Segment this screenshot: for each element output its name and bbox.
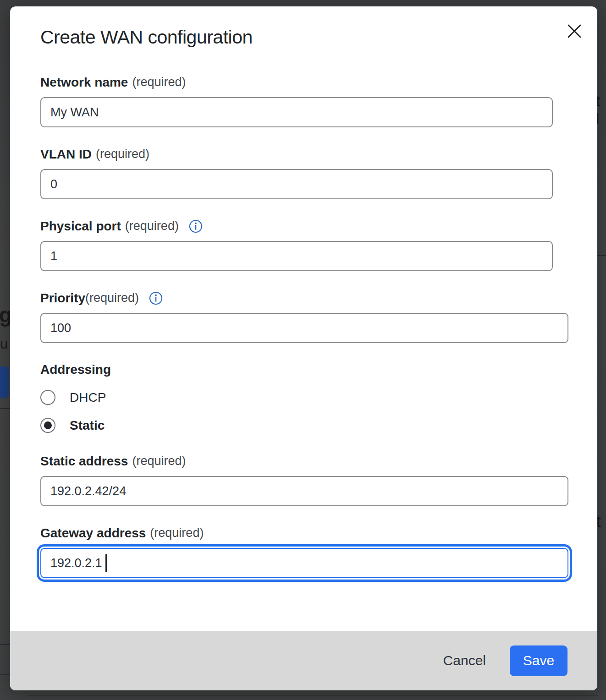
addressing-section: Addressing DHCP Static [40, 362, 579, 433]
gateway-address-label: Gateway address [40, 525, 146, 541]
info-icon [149, 291, 163, 305]
network-name-input[interactable] [40, 97, 553, 127]
static-address-label: Static address [40, 454, 128, 469]
network-name-label: Network name [40, 75, 128, 90]
physical-port-input[interactable] [40, 241, 553, 271]
occluded-text-fragment: u [0, 336, 8, 352]
field-vlan-id: VLAN ID (required) [40, 147, 579, 199]
occluded-divider [597, 255, 606, 256]
dialog-footer: Cancel Save [10, 631, 597, 690]
required-note: (required) [85, 290, 139, 306]
gateway-address-input[interactable] [40, 548, 568, 578]
field-label: VLAN ID (required) [40, 147, 579, 162]
required-note: (required) [132, 75, 186, 90]
physical-port-info-button[interactable] [189, 219, 203, 233]
dhcp-radio-label: DHCP [70, 390, 106, 405]
occluded-divider [0, 674, 10, 675]
dhcp-radio-icon [40, 390, 55, 405]
field-label: Gateway address (required) [40, 525, 579, 541]
required-note: (required) [96, 147, 149, 162]
radio-option-static[interactable]: Static [40, 418, 579, 433]
occluded-blue-button-fragment [0, 366, 9, 398]
priority-info-button[interactable] [149, 291, 163, 305]
save-button[interactable]: Save [510, 645, 567, 676]
priority-label: Priority [40, 290, 85, 306]
field-gateway-address: Gateway address (required) [40, 525, 579, 578]
field-static-address: Static address (required) [40, 454, 579, 506]
dialog-body: Create WAN configuration Network name (r… [10, 6, 597, 631]
dialog-title: Create WAN configuration [40, 27, 579, 48]
occluded-divider [0, 408, 10, 409]
addressing-heading: Addressing [40, 362, 579, 377]
required-note: (required) [132, 454, 186, 469]
required-note: (required) [125, 219, 179, 234]
field-physical-port: Physical port (required) [40, 219, 579, 271]
occluded-divider [28, 695, 598, 696]
required-note: (required) [150, 525, 204, 541]
static-radio-icon [40, 418, 55, 433]
field-label: Priority (required) [40, 290, 579, 306]
radio-option-dhcp[interactable]: DHCP [40, 390, 579, 405]
physical-port-label: Physical port [40, 219, 121, 234]
static-address-input[interactable] [40, 476, 568, 506]
occluded-text-fragment: t l [596, 93, 606, 127]
vlan-id-label: VLAN ID [40, 147, 92, 162]
priority-input[interactable] [40, 313, 568, 343]
occluded-divider [0, 644, 10, 645]
text-cursor [105, 554, 107, 572]
cancel-button[interactable]: Cancel [441, 649, 488, 672]
field-network-name: Network name (required) [40, 75, 579, 127]
page: g u t l t Create WAN configuration Netwo… [0, 0, 606, 700]
field-label: Network name (required) [40, 75, 579, 90]
static-radio-label: Static [70, 418, 105, 433]
field-priority: Priority (required) [40, 290, 579, 343]
field-label: Physical port (required) [40, 219, 579, 234]
info-icon [189, 219, 203, 233]
create-wan-configuration-dialog: Create WAN configuration Network name (r… [10, 6, 597, 690]
field-label: Static address (required) [40, 454, 579, 469]
vlan-id-input[interactable] [40, 169, 553, 199]
